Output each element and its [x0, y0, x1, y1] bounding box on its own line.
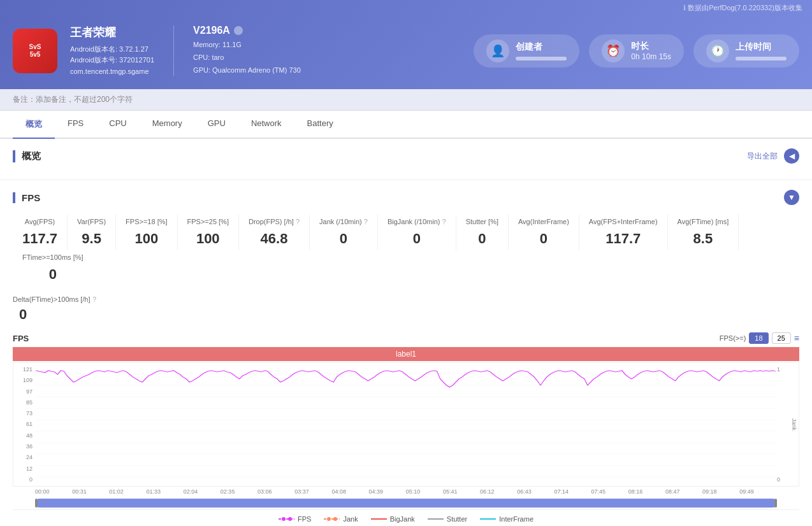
x-0816: 08:16: [628, 488, 643, 495]
y-97: 97: [13, 388, 33, 395]
y-36: 36: [13, 443, 33, 450]
stat-avg-fps: Avg(FPS) 117.7: [13, 215, 68, 250]
fps-stats-grid: Avg(FPS) 117.7 Var(FPS) 9.5 FPS>=18 [%] …: [13, 215, 799, 286]
stat-ftime100-value: 0: [22, 266, 83, 283]
stat-ftime100-label: FTime>=100ms [%]: [22, 253, 83, 261]
scrollbar-thumb[interactable]: [35, 499, 777, 508]
stat-jank-value: 0: [319, 231, 368, 247]
device-name: V2196A: [193, 25, 230, 36]
stat-fps18-value: 100: [126, 231, 167, 247]
stat-interframe: Avg(InterFrame) 0: [509, 215, 579, 250]
x-0235: 02:35: [221, 488, 235, 495]
x-0745: 07:45: [591, 488, 606, 495]
legend-fps-icon: [279, 516, 294, 522]
tab-memory[interactable]: Memory: [140, 111, 195, 139]
stat-fps25-value: 100: [187, 231, 229, 247]
x-0000: 00:00: [35, 488, 50, 495]
x-0949: 09:49: [739, 488, 754, 495]
stat-avg-fps-value: 117.7: [22, 231, 57, 247]
stat-fps-interframe: Avg(FPS+InterFrame) 117.7: [579, 215, 668, 250]
stat-bigjank-value: 0: [388, 231, 446, 247]
svg-point-12: [288, 517, 292, 521]
legend-bigjank-label: BigJank: [390, 515, 415, 523]
legend-jank: Jank: [324, 515, 358, 523]
right-y-bottom: 0: [777, 476, 790, 483]
fps-threshold-label: FPS(>=): [720, 334, 746, 342]
legend-bigjank-icon: [371, 516, 387, 522]
y-12: 12: [13, 466, 33, 472]
x-0847: 08:47: [665, 488, 680, 495]
x-0510: 05:10: [406, 488, 421, 495]
stat-ftime100: FTime>=100ms [%] 0: [13, 250, 93, 286]
fps-collapse-button[interactable]: ▼: [784, 190, 799, 205]
delta-help-icon: ?: [93, 296, 97, 303]
x-0133: 01:33: [147, 488, 161, 495]
svg-point-14: [327, 517, 331, 521]
y-109: 109: [13, 377, 33, 383]
fps-btn-18[interactable]: 18: [749, 332, 768, 344]
device-badge: [234, 26, 243, 35]
x-0439: 04:39: [369, 488, 384, 495]
header-divider: [173, 25, 174, 76]
legend-stutter-icon: [428, 516, 444, 522]
tab-battery[interactable]: Battery: [294, 111, 346, 139]
x-0541: 05:41: [443, 488, 458, 495]
legend-jank-label: Jank: [343, 515, 358, 523]
legend-fps: FPS: [279, 515, 311, 523]
device-cpu: CPU: taro: [193, 52, 301, 64]
legend-interframe-label: InterFrame: [499, 515, 533, 523]
y-24: 24: [13, 454, 33, 460]
y-48: 48: [13, 432, 33, 439]
stat-avg-ftime: Avg(FTime) [ms] 8.5: [668, 215, 739, 250]
fps-btn-25[interactable]: 25: [772, 332, 791, 344]
chart-scrollbar[interactable]: [35, 499, 777, 508]
chart-area: FPS FPS(>=) 18 25 ≡ label1 121 109 97 85…: [13, 332, 799, 526]
collapse-button[interactable]: ◀: [784, 148, 799, 164]
stat-jank-label: Jank (/10min) ?: [319, 218, 368, 225]
x-0918: 09:18: [702, 488, 717, 495]
stat-stutter-value: 0: [466, 231, 498, 247]
chart-legend: FPS Jank BigJank Stutter: [13, 509, 799, 526]
x-axis: 00:00 00:31 01:02 01:33 02:04 02:35 03:0…: [13, 487, 799, 497]
upload-time-card: 🕐 上传时间: [693, 34, 799, 68]
app-name: 王者荣耀: [70, 25, 154, 40]
y-0: 0: [13, 476, 33, 483]
stat-avg-fps-label: Avg(FPS): [22, 218, 57, 225]
tab-cpu[interactable]: CPU: [96, 111, 139, 139]
tab-gpu[interactable]: GPU: [195, 111, 238, 139]
y-85: 85: [13, 399, 33, 406]
stat-stutter: Stutter [%] 0: [456, 215, 509, 250]
stat-fps25: FPS>=25 [%] 100: [178, 215, 239, 250]
duration-label: 时长: [631, 41, 671, 52]
svg-point-11: [282, 517, 286, 521]
overview-section: 概览 导出全部 ◀: [0, 139, 812, 180]
scrollbar-right-handle[interactable]: [774, 499, 777, 508]
delta-value: 0: [13, 306, 799, 323]
legend-interframe: InterFrame: [480, 515, 533, 523]
nav-tabs: 概览 FPS CPU Memory GPU Network Battery: [0, 111, 812, 139]
stat-interframe-value: 0: [518, 231, 569, 247]
legend-fps-label: FPS: [298, 515, 311, 523]
x-0031: 00:31: [72, 488, 87, 495]
scrollbar-left-handle[interactable]: [35, 499, 38, 508]
tab-overview[interactable]: 概览: [13, 111, 55, 139]
app-android-version: Android版本名: 3.72.1.27: [70, 44, 154, 55]
export-button[interactable]: 导出全部: [747, 151, 778, 162]
tab-network[interactable]: Network: [238, 111, 294, 139]
stat-fps25-label: FPS>=25 [%]: [187, 218, 229, 225]
device-info: V2196A Memory: 11.1G CPU: taro GPU: Qual…: [193, 25, 301, 76]
upload-time-icon: 🕐: [706, 39, 729, 62]
stat-bigjank-label: BigJank (/10min) ?: [388, 218, 446, 225]
upload-time-label: 上传时间: [736, 41, 787, 53]
stat-interframe-label: Avg(InterFrame): [518, 218, 569, 225]
chart-body: 121 109 97 85 73 61 48 36 24 12 0: [13, 362, 799, 487]
x-0204: 02:04: [184, 488, 198, 495]
chart-edit-icon[interactable]: ≡: [794, 333, 799, 343]
stat-drop-fps-label: Drop(FPS) [/h] ?: [249, 218, 300, 225]
stat-fps18-label: FPS>=18 [%]: [126, 218, 167, 225]
device-memory: Memory: 11.1G: [193, 39, 301, 52]
tab-fps[interactable]: FPS: [55, 111, 96, 139]
jank-label-text: Jank: [791, 418, 797, 430]
x-0612: 06:12: [480, 488, 495, 495]
x-0306: 03:06: [257, 488, 272, 495]
